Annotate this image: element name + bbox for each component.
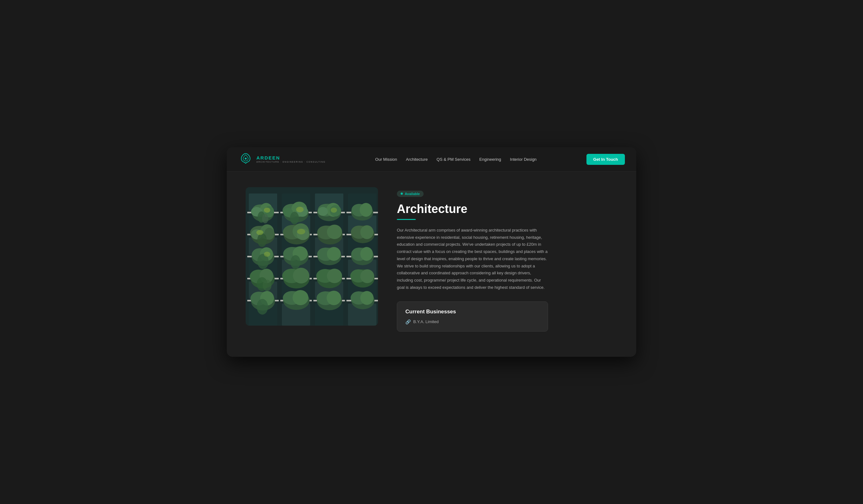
building-facade-svg <box>246 187 378 326</box>
ardeen-logo-icon <box>238 152 253 167</box>
image-section <box>246 187 378 326</box>
nav-links: Our Mission Architecture QS & PM Service… <box>375 156 536 162</box>
businesses-card: Current Businesses 🔗 B.Y.A. Limited <box>397 301 548 332</box>
browser-shell: ARDEEN ARCHITECTURE · ENGINEERING · CONS… <box>227 147 636 357</box>
svg-rect-131 <box>246 187 378 326</box>
badge-label: Available <box>405 192 420 196</box>
brand-tagline: ARCHITECTURE · ENGINEERING · CONSULTING <box>257 161 325 163</box>
building-image-container <box>246 187 378 326</box>
nav-link-architecture[interactable]: Architecture <box>406 157 428 162</box>
business-item[interactable]: 🔗 B.Y.A. Limited <box>405 319 539 324</box>
get-in-touch-button[interactable]: Get In Touch <box>586 154 625 165</box>
businesses-title: Current Businesses <box>405 309 539 315</box>
nav-link-interior[interactable]: Interior Design <box>510 157 537 162</box>
nav-link-engineering[interactable]: Engineering <box>479 157 501 162</box>
nav-link-qs[interactable]: QS & PM Services <box>437 157 471 162</box>
nav-item-mission[interactable]: Our Mission <box>375 156 397 162</box>
content-section: Available Architecture Our Architectural… <box>397 187 617 331</box>
available-badge: Available <box>397 191 424 197</box>
nav-item-interior[interactable]: Interior Design <box>510 156 537 162</box>
main-content: Available Architecture Our Architectural… <box>227 171 636 344</box>
nav-item-engineering[interactable]: Engineering <box>479 156 501 162</box>
available-dot <box>401 193 403 195</box>
logo-area: ARDEEN ARCHITECTURE · ENGINEERING · CONS… <box>238 152 325 167</box>
title-underline <box>397 219 416 220</box>
business-name: B.Y.A. Limited <box>413 319 439 324</box>
brand-name: ARDEEN <box>257 155 325 160</box>
navbar: ARDEEN ARCHITECTURE · ENGINEERING · CONS… <box>227 147 636 171</box>
svg-point-0 <box>245 158 247 159</box>
logo-text: ARDEEN ARCHITECTURE · ENGINEERING · CONS… <box>257 155 325 163</box>
nav-link-mission[interactable]: Our Mission <box>375 157 397 162</box>
section-description: Our Architectural arm comprises of award… <box>397 227 548 291</box>
nav-item-qs[interactable]: QS & PM Services <box>437 156 471 162</box>
nav-item-architecture[interactable]: Architecture <box>406 156 428 162</box>
link-icon: 🔗 <box>405 319 411 324</box>
section-title: Architecture <box>397 203 617 216</box>
